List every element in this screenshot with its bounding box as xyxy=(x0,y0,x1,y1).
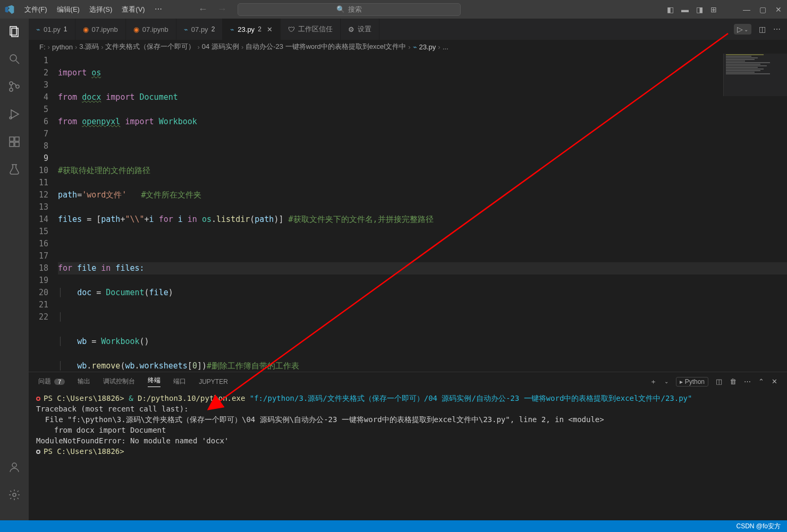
source-control-icon[interactable] xyxy=(7,79,22,94)
python-file-icon: ⌁ xyxy=(230,25,234,33)
split-editor-icon[interactable]: ◫ xyxy=(759,25,766,33)
menu-selection[interactable]: 选择(S) xyxy=(85,3,116,16)
menu-bar: 文件(F) 编辑(E) 选择(S) 查看(V) ⋯ xyxy=(20,3,166,16)
editor-area: ⌁01.py1 ◉07.ipynb ◉07.ipynb ⌁07.py2 ⌁23.… xyxy=(29,19,787,520)
search-icon: 🔍 xyxy=(336,5,345,13)
explorer-icon[interactable] xyxy=(7,24,22,39)
close-tab-icon[interactable]: ✕ xyxy=(267,25,273,33)
search-icon[interactable] xyxy=(7,52,22,66)
problems-badge: 7 xyxy=(54,379,65,385)
svg-rect-11 xyxy=(15,142,19,147)
window-close[interactable]: ✕ xyxy=(774,5,783,14)
testing-icon[interactable] xyxy=(7,162,22,177)
tab-problems[interactable]: 问题7 xyxy=(38,377,65,386)
menu-file[interactable]: 文件(F) xyxy=(20,3,52,16)
panel-tabs: 问题7 输出 调试控制台 终端 端口 JUPYTER ＋ ⌄ ▸Python ◫… xyxy=(29,372,787,391)
error-indicator-icon xyxy=(36,397,40,401)
more-terminal-icon[interactable]: ⋯ xyxy=(744,377,751,385)
menu-more[interactable]: ⋯ xyxy=(150,3,166,16)
svg-point-13 xyxy=(12,463,16,467)
menu-view[interactable]: 查看(V) xyxy=(117,3,149,16)
minimap[interactable] xyxy=(723,54,787,96)
tab-workspace-trust[interactable]: 🛡工作区信任 xyxy=(281,19,341,40)
svg-point-6 xyxy=(16,85,19,88)
tab-07py[interactable]: ⌁07.py2 xyxy=(176,19,223,40)
titlebar: 文件(F) 编辑(E) 选择(S) 查看(V) ⋯ ← → 🔍 搜索 ◧ ▬ ◨… xyxy=(0,0,787,19)
vscode-logo xyxy=(4,4,15,15)
python-file-icon: ⌁ xyxy=(184,25,188,33)
svg-point-8 xyxy=(10,117,12,119)
terminal-icon: ▸ xyxy=(680,378,683,385)
svg-line-3 xyxy=(16,61,19,64)
svg-marker-7 xyxy=(11,110,19,118)
window-maximize[interactable]: ▢ xyxy=(758,5,767,14)
jupyter-file-icon: ◉ xyxy=(133,25,139,33)
terminal-dropdown-icon[interactable]: ⌄ xyxy=(664,379,668,384)
more-actions-icon[interactable]: ⋯ xyxy=(773,25,781,33)
interpreter-selector[interactable]: ▸Python xyxy=(676,377,708,387)
svg-rect-12 xyxy=(15,137,19,141)
terminal-output[interactable]: PS C:\Users\18826> & D:/python3.10/pytho… xyxy=(29,391,787,520)
svg-point-2 xyxy=(10,55,16,61)
code-editor[interactable]: 12345678910111213141516171819202122 impo… xyxy=(29,54,787,372)
tab-07ipynb-1[interactable]: ◉07.ipynb xyxy=(75,19,126,40)
chevron-down-icon: ⌄ xyxy=(744,27,748,32)
split-terminal-icon[interactable]: ◫ xyxy=(716,377,722,385)
layout-sidebar-right-icon[interactable]: ◨ xyxy=(696,5,703,14)
maximize-panel-icon[interactable]: ⌃ xyxy=(758,377,764,385)
nav-forward-icon[interactable]: → xyxy=(217,4,227,15)
close-panel-icon[interactable]: ✕ xyxy=(772,377,777,385)
tab-debug-console[interactable]: 调试控制台 xyxy=(103,377,135,386)
shield-icon: 🛡 xyxy=(288,25,295,33)
svg-point-4 xyxy=(10,82,13,85)
tab-07ipynb-2[interactable]: ◉07.ipynb xyxy=(126,19,176,40)
tab-terminal[interactable]: 终端 xyxy=(148,376,160,387)
breadcrumb[interactable]: F:› python› 3.源码› 文件夹格式（保存一个即可）› 04 源码实例… xyxy=(29,40,787,54)
play-icon: ▷ xyxy=(737,25,743,33)
tab-23py[interactable]: ⌁23.py2✕ xyxy=(223,19,281,40)
code-content[interactable]: import os from docx import Document from… xyxy=(58,54,787,372)
nav-arrows: ← → xyxy=(198,4,227,15)
accounts-icon[interactable] xyxy=(7,460,22,475)
settings-gear-icon[interactable] xyxy=(7,487,22,502)
tab-output[interactable]: 输出 xyxy=(78,377,90,386)
tab-01py[interactable]: ⌁01.py1 xyxy=(29,19,75,40)
tab-jupyter[interactable]: JUPYTER xyxy=(199,378,228,385)
nav-back-icon[interactable]: ← xyxy=(198,4,208,15)
kill-terminal-icon[interactable]: 🗑 xyxy=(730,377,737,385)
editor-tabs: ⌁01.py1 ◉07.ipynb ◉07.ipynb ⌁07.py2 ⌁23.… xyxy=(29,19,787,40)
layout-sidebar-left-icon[interactable]: ◧ xyxy=(667,5,674,14)
prompt-indicator-icon xyxy=(36,450,40,454)
tab-ports[interactable]: 端口 xyxy=(173,377,186,386)
activity-bar xyxy=(0,19,29,520)
window-minimize[interactable]: — xyxy=(742,5,751,14)
run-button[interactable]: ▷⌄ xyxy=(734,24,751,35)
svg-point-14 xyxy=(13,493,16,496)
jupyter-file-icon: ◉ xyxy=(83,25,89,33)
watermark: CSDN @fo安方 xyxy=(736,522,781,531)
run-debug-icon[interactable] xyxy=(7,107,22,122)
new-terminal-icon[interactable]: ＋ xyxy=(650,377,657,387)
svg-rect-9 xyxy=(10,137,14,141)
svg-rect-10 xyxy=(10,142,14,147)
python-file-icon: ⌁ xyxy=(413,43,417,51)
layout-panel-icon[interactable]: ▬ xyxy=(681,5,689,14)
svg-point-5 xyxy=(10,88,13,91)
gear-icon: ⚙ xyxy=(348,25,354,33)
command-center[interactable]: 🔍 搜索 xyxy=(238,3,461,16)
tab-settings[interactable]: ⚙设置 xyxy=(341,19,379,40)
python-file-icon: ⌁ xyxy=(36,25,40,33)
search-placeholder: 搜索 xyxy=(348,5,362,14)
line-numbers: 12345678910111213141516171819202122 xyxy=(29,54,58,372)
panel: 问题7 输出 调试控制台 终端 端口 JUPYTER ＋ ⌄ ▸Python ◫… xyxy=(29,372,787,520)
extensions-icon[interactable] xyxy=(7,134,22,149)
menu-edit[interactable]: 编辑(E) xyxy=(53,3,84,16)
layout-customize-icon[interactable]: ⊞ xyxy=(710,5,717,14)
status-bar: CSDN @fo安方 xyxy=(0,520,787,532)
